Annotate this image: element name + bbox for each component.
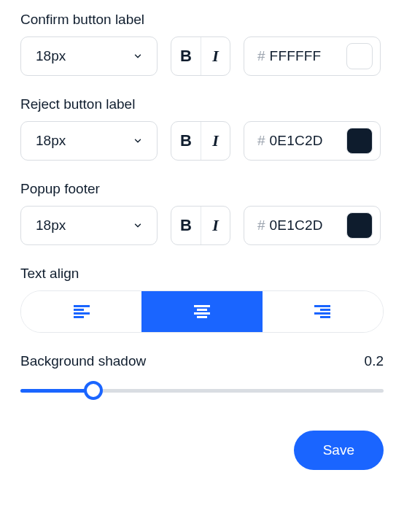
footer-color-input[interactable]: # 0E1C2D (244, 206, 381, 245)
confirm-italic-button[interactable]: I (201, 37, 230, 75)
svg-rect-5 (197, 309, 207, 311)
reject-color-hex: 0E1C2D (270, 133, 346, 149)
chevron-down-icon (132, 50, 144, 62)
confirm-style-group: B I (171, 36, 230, 76)
footer-color-hex: 0E1C2D (270, 217, 346, 234)
align-right-button[interactable] (263, 291, 383, 332)
svg-rect-6 (194, 312, 210, 315)
footer-italic-button[interactable]: I (201, 207, 230, 244)
align-center-icon (194, 305, 210, 318)
reject-style-group: B I (171, 121, 230, 161)
align-center-button[interactable] (141, 291, 262, 332)
align-right-icon (314, 305, 330, 318)
confirm-section-label: Confirm button label (20, 12, 384, 28)
chevron-down-icon (132, 135, 144, 147)
hash-icon: # (257, 133, 265, 149)
align-left-button[interactable] (21, 291, 141, 332)
reject-bold-button[interactable]: B (171, 122, 201, 160)
svg-rect-8 (314, 305, 330, 307)
reject-italic-button[interactable]: I (201, 122, 230, 160)
slider-thumb[interactable] (84, 381, 103, 400)
svg-rect-7 (197, 316, 207, 318)
text-align-label: Text align (20, 266, 384, 282)
shadow-value: 0.2 (365, 353, 384, 369)
reject-font-size-select[interactable]: 18px (20, 121, 158, 161)
align-left-icon (74, 305, 90, 318)
svg-rect-3 (74, 316, 84, 318)
footer-font-size-value: 18px (36, 217, 66, 234)
svg-rect-9 (320, 309, 330, 311)
hash-icon: # (257, 48, 265, 64)
confirm-font-size-select[interactable]: 18px (20, 36, 158, 76)
save-button[interactable]: Save (294, 431, 384, 470)
hash-icon: # (257, 217, 265, 234)
svg-rect-4 (194, 305, 210, 307)
footer-style-group: B I (171, 206, 230, 245)
shadow-slider[interactable] (20, 379, 384, 401)
confirm-color-swatch[interactable] (346, 43, 373, 69)
confirm-color-hex: FFFFFF (270, 48, 346, 64)
confirm-font-size-value: 18px (36, 48, 66, 64)
svg-rect-1 (74, 309, 84, 311)
footer-section-label: Popup footer (20, 181, 384, 197)
svg-rect-0 (74, 305, 90, 307)
svg-rect-2 (74, 312, 90, 315)
svg-rect-11 (320, 316, 330, 318)
confirm-color-input[interactable]: # FFFFFF (244, 36, 381, 76)
reject-color-input[interactable]: # 0E1C2D (244, 121, 381, 161)
chevron-down-icon (132, 220, 144, 231)
reject-section-label: Reject button label (20, 96, 384, 112)
reject-color-swatch[interactable] (346, 128, 373, 154)
footer-bold-button[interactable]: B (171, 207, 201, 244)
text-align-segmented (20, 290, 384, 333)
footer-font-size-select[interactable]: 18px (20, 206, 158, 245)
svg-rect-10 (314, 312, 330, 315)
confirm-bold-button[interactable]: B (171, 37, 201, 75)
reject-font-size-value: 18px (36, 133, 66, 149)
footer-color-swatch[interactable] (346, 212, 373, 239)
shadow-label: Background shadow (20, 353, 146, 369)
